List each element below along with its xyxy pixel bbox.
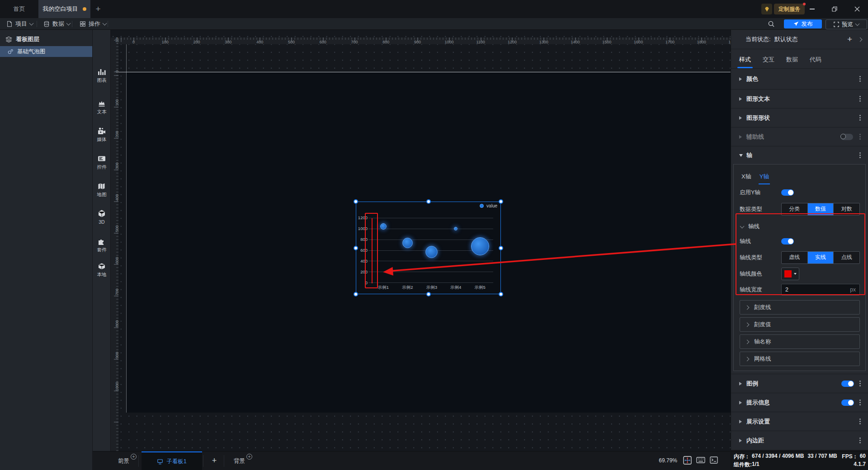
section-graph-shape[interactable]: 图形形状 xyxy=(731,108,868,127)
selection-handle[interactable] xyxy=(426,292,431,296)
kebab-menu-icon[interactable] xyxy=(859,134,861,135)
rail-item-local[interactable]: 本地 xyxy=(93,262,111,278)
search-icon xyxy=(768,20,775,28)
option-numeric[interactable]: 数值 xyxy=(807,203,834,215)
publish-button[interactable]: 发布 xyxy=(784,19,822,28)
fullscreen-icon xyxy=(834,22,839,27)
bottombar-divider xyxy=(203,455,203,467)
axis-line-width-input[interactable]: 2 px xyxy=(781,284,860,296)
selection-handle[interactable] xyxy=(499,246,503,250)
option-category[interactable]: 分类 xyxy=(782,203,807,215)
rail-item-map[interactable]: 地图 xyxy=(93,182,111,198)
database-icon xyxy=(43,21,50,27)
section-display[interactable]: 展示设置 xyxy=(731,412,868,431)
selection-handle[interactable] xyxy=(426,199,431,204)
restore-button[interactable] xyxy=(826,0,844,18)
menu-operate[interactable]: 操作 xyxy=(80,18,106,30)
rail-item-media[interactable]: 媒体 xyxy=(93,127,111,143)
kebab-menu-icon[interactable] xyxy=(859,437,861,439)
kebab-menu-icon[interactable] xyxy=(859,96,861,97)
search-button[interactable] xyxy=(768,20,775,28)
preview-button[interactable]: 预览 xyxy=(826,19,867,29)
console-button[interactable] xyxy=(710,456,718,464)
artboard-left-edge xyxy=(126,44,127,413)
axis-line-header[interactable]: 轴线 xyxy=(740,220,860,233)
subboard-tab[interactable]: 子看板1 xyxy=(142,451,202,470)
minimize-button[interactable] xyxy=(803,0,821,18)
kebab-menu-icon[interactable] xyxy=(859,418,861,420)
zoom-level[interactable]: 69.79% xyxy=(659,457,677,464)
axis-line-type-label: 轴线类型 xyxy=(740,254,781,262)
ruler-left[interactable]: -10001002003004005006007008009001000 xyxy=(111,38,118,451)
selection-handle[interactable] xyxy=(354,199,358,204)
x-axis-tick-label: 示例5 xyxy=(470,285,491,291)
kebab-menu-icon[interactable] xyxy=(859,381,861,382)
section-axis[interactable]: 轴 xyxy=(731,146,868,164)
section-tooltip[interactable]: 提示信息 xyxy=(731,393,868,412)
section-tick-value[interactable]: 刻度值 xyxy=(740,317,860,332)
fit-view-button[interactable] xyxy=(683,456,692,465)
legend-toggle[interactable] xyxy=(841,381,854,387)
menu-data[interactable]: 数据 xyxy=(43,18,70,30)
kebab-menu-icon[interactable] xyxy=(859,152,861,154)
rail-label: 套件 xyxy=(97,247,107,253)
fit-view-icon xyxy=(683,456,692,465)
selection-handle[interactable] xyxy=(499,292,503,296)
section-tick-line[interactable]: 刻度线 xyxy=(740,300,860,315)
tab-y-axis[interactable]: Y轴 xyxy=(760,173,769,184)
option-dotted[interactable]: 点线 xyxy=(833,252,859,263)
tooltip-toggle[interactable] xyxy=(841,400,854,406)
section-grid-line[interactable]: 网格线 xyxy=(740,352,860,366)
section-guide-line[interactable]: 辅助线 xyxy=(731,127,868,146)
background-button[interactable]: 背景 + xyxy=(234,457,252,465)
add-board-button[interactable]: + xyxy=(208,455,220,467)
tab-x-axis[interactable]: X轴 xyxy=(741,173,751,184)
selection-handle[interactable] xyxy=(499,199,503,204)
rail-item-charts[interactable]: 图表 xyxy=(93,68,111,84)
section-axis-name[interactable]: 轴名称 xyxy=(740,334,860,349)
enable-y-axis-toggle[interactable] xyxy=(781,189,794,196)
chevron-down-icon xyxy=(103,21,107,26)
foreground-button[interactable]: 前景 + xyxy=(118,457,137,465)
chevron-right-icon[interactable] xyxy=(858,37,863,42)
x-axis-tick-label: 示例4 xyxy=(445,285,466,291)
tab-interaction[interactable]: 交互 xyxy=(763,56,774,68)
rail-item-controls[interactable]: 控件 xyxy=(93,155,111,170)
rail-item-text[interactable]: 文本 xyxy=(93,99,111,115)
shortcut-keys-button[interactable] xyxy=(696,457,705,463)
tab-data[interactable]: 数据 xyxy=(786,56,798,68)
kebab-menu-icon[interactable] xyxy=(859,76,861,77)
kebab-menu-icon[interactable] xyxy=(859,115,861,116)
selection-handle[interactable] xyxy=(354,292,358,296)
bubble-chart-component[interactable]: value 020040060080010001200示例1示例2示例3示例4示… xyxy=(356,202,501,294)
guide-line-toggle[interactable] xyxy=(840,134,853,140)
axis-line-color-picker[interactable] xyxy=(781,268,799,280)
tab-style[interactable]: 样式 xyxy=(739,56,751,68)
option-log[interactable]: 对数 xyxy=(833,203,859,215)
rail-item-3d[interactable]: 3D xyxy=(93,209,111,225)
layer-item-bubble-chart[interactable]: 基础气泡图 xyxy=(0,46,92,57)
state-value: 默认状态 xyxy=(774,35,798,43)
vip-diamond-icon[interactable] xyxy=(761,4,772,14)
axis-line-toggle-label: 轴线 xyxy=(740,238,781,245)
section-color[interactable]: 颜色 xyxy=(731,69,868,89)
kebab-menu-icon[interactable] xyxy=(859,400,861,401)
ruler-top[interactable]: 0100200300400500600700800900100011001200… xyxy=(118,38,731,44)
section-padding[interactable]: 内边距 xyxy=(731,431,868,450)
menu-project[interactable]: 项目 xyxy=(6,18,33,30)
section-legend[interactable]: 图例 xyxy=(731,374,868,393)
custom-service-badge[interactable]: 定制服务 xyxy=(774,4,805,14)
memory-value: 674 / 3394 / 4096 MB xyxy=(752,453,804,461)
tab-project[interactable]: 我的空白项目 xyxy=(38,0,90,18)
close-button[interactable] xyxy=(848,0,866,18)
rail-item-kits[interactable]: 套件 xyxy=(93,237,111,253)
tab-home[interactable]: 首页 xyxy=(0,0,38,18)
add-state-button[interactable]: + xyxy=(847,34,852,44)
option-dashed[interactable]: 虚线 xyxy=(782,252,807,263)
new-tab-button[interactable]: + xyxy=(93,4,104,14)
axis-line-toggle[interactable] xyxy=(781,238,794,244)
section-graph-text[interactable]: 图形文本 xyxy=(731,89,868,108)
selection-handle[interactable] xyxy=(354,246,358,250)
option-solid[interactable]: 实线 xyxy=(807,252,834,263)
tab-code[interactable]: 代码 xyxy=(810,56,821,68)
